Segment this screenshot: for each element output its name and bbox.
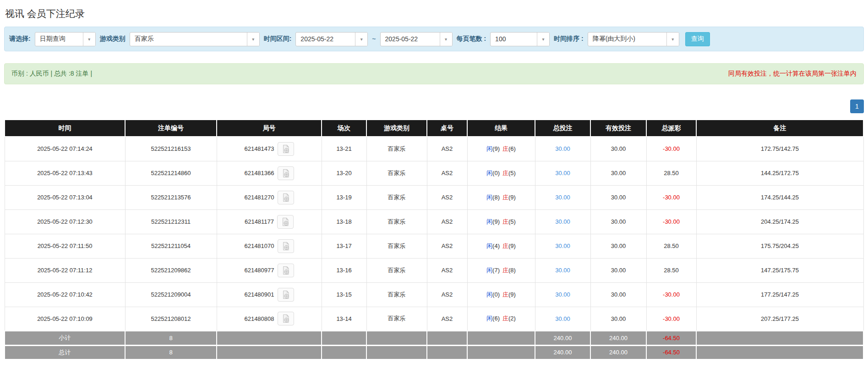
- date-to-select[interactable]: 2025-05-22 ▾: [380, 32, 453, 46]
- cell-total-bet[interactable]: 30.00: [535, 137, 590, 161]
- video-record-button[interactable]: [278, 264, 294, 277]
- banker-result-score: (5): [508, 170, 516, 176]
- video-record-file-icon: [281, 217, 290, 226]
- column-header-result: 结果: [467, 120, 535, 137]
- cell-valid-bet: 30.00: [590, 161, 646, 185]
- cell-session: 13-16: [322, 258, 366, 282]
- search-button[interactable]: 查询: [685, 32, 710, 46]
- cell-bet-id: 522521216153: [125, 137, 217, 161]
- query-type-value: 日期查询: [35, 35, 83, 43]
- subtotal-label: 小计: [5, 331, 125, 345]
- cell-game-type: 百家乐: [366, 234, 427, 258]
- cell-total-bet[interactable]: 30.00: [535, 234, 590, 258]
- page-size-select[interactable]: 100 ▾: [490, 32, 550, 46]
- banker-result-label: 庄: [502, 218, 508, 225]
- cell-note: 147.25/175.75: [696, 258, 863, 282]
- column-header-total-bet: 总投注: [535, 120, 590, 137]
- player-result-label: 闲: [486, 218, 492, 225]
- video-record-file-icon: [281, 242, 290, 251]
- cell-round-id: 621481270: [217, 185, 322, 209]
- video-record-button[interactable]: [278, 312, 294, 325]
- currency-summary-text: 币别 : 人民币 | 总共 :8 注单 |: [11, 70, 92, 78]
- valid-bet-notice-text: 同局有效投注，统一计算在该局第一张注单内: [728, 70, 857, 78]
- banker-result-label: 庄: [502, 145, 508, 152]
- cell-total-bet[interactable]: 30.00: [535, 185, 590, 209]
- round-id-text: 621480808: [244, 315, 274, 322]
- time-sort-label: 时间排序 :: [554, 35, 584, 43]
- player-result-label: 闲: [486, 291, 492, 298]
- cell-bet-id: 522521212311: [125, 209, 217, 234]
- cell-note: 177.25/147.25: [696, 282, 863, 307]
- page-size-label: 每页笔数 :: [457, 35, 486, 43]
- chevron-down-icon: ▾: [355, 33, 367, 46]
- banker-result-score: (2): [508, 315, 516, 322]
- cell-round-id: 621481070: [217, 234, 322, 258]
- video-record-button[interactable]: [277, 215, 294, 229]
- cell-total-bet[interactable]: 30.00: [535, 258, 590, 282]
- cell-result: 闲(9)庄(5): [467, 209, 535, 234]
- cell-time: 2025-05-22 07:12:30: [5, 209, 125, 234]
- cell-round-id: 621480901: [217, 282, 322, 307]
- cell-time: 2025-05-22 07:14:24: [5, 137, 125, 161]
- cell-session: 13-19: [322, 185, 366, 209]
- cell-game-type: 百家乐: [366, 282, 427, 307]
- pagination-page-1-button[interactable]: 1: [850, 99, 864, 113]
- cell-total-payout: 28.50: [646, 161, 696, 185]
- cell-time: 2025-05-22 07:11:50: [5, 234, 125, 258]
- column-header-table-no: 桌号: [427, 120, 467, 137]
- cell-time: 2025-05-22 07:10:42: [5, 282, 125, 307]
- cell-valid-bet: 30.00: [590, 209, 646, 234]
- time-sort-value: 降幂(由大到小): [588, 35, 666, 43]
- cell-total-bet[interactable]: 30.00: [535, 209, 590, 234]
- player-result-score: (8): [492, 194, 500, 201]
- player-result-label: 闲: [486, 145, 492, 152]
- cell-time: 2025-05-22 07:10:09: [5, 307, 125, 331]
- video-record-button[interactable]: [278, 239, 294, 253]
- subtotal-valid-bet: 240.00: [590, 331, 646, 345]
- cell-time: 2025-05-22 07:13:43: [5, 161, 125, 185]
- filter-bar: 请选择: 日期查询 ▾ 游戏类别 百家乐 ▾ 时间区间: 2025-05-22 …: [4, 27, 864, 51]
- table-row: 2025-05-22 07:11:12 522521209862 6214809…: [5, 258, 863, 282]
- date-range-label: 时间区间:: [264, 35, 292, 43]
- query-type-select[interactable]: 日期查询 ▾: [35, 32, 96, 46]
- date-from-select[interactable]: 2025-05-22 ▾: [295, 32, 368, 46]
- cell-valid-bet: 30.00: [590, 234, 646, 258]
- player-result-label: 闲: [486, 315, 492, 322]
- cell-total-bet[interactable]: 30.00: [535, 282, 590, 307]
- banker-result-score: (5): [508, 218, 516, 225]
- table-row: 2025-05-22 07:10:42 522521209004 6214809…: [5, 282, 863, 307]
- cell-bet-id: 522521208012: [125, 307, 217, 331]
- cell-valid-bet: 30.00: [590, 282, 646, 307]
- cell-total-payout: -30.00: [646, 185, 696, 209]
- cell-note: 174.25/144.25: [696, 185, 863, 209]
- video-record-button[interactable]: [278, 191, 294, 204]
- cell-result: 闲(9)庄(6): [467, 137, 535, 161]
- player-result-label: 闲: [486, 170, 492, 176]
- cell-note: 175.75/204.25: [696, 234, 863, 258]
- time-sort-select[interactable]: 降幂(由大到小) ▾: [588, 32, 679, 46]
- cell-game-type: 百家乐: [366, 137, 427, 161]
- video-record-button[interactable]: [278, 166, 294, 180]
- banker-result-score: (8): [508, 267, 516, 274]
- round-id-text: 621481070: [244, 242, 274, 249]
- cell-result: 闲(8)庄(9): [467, 185, 535, 209]
- video-record-button[interactable]: [278, 288, 294, 302]
- cell-session: 13-17: [322, 234, 366, 258]
- page-size-value: 100: [491, 35, 537, 43]
- banker-result-label: 庄: [502, 194, 508, 201]
- cell-total-bet[interactable]: 30.00: [535, 161, 590, 185]
- video-record-button[interactable]: [278, 142, 294, 156]
- table-row: 2025-05-22 07:12:30 522521212311 6214811…: [5, 209, 863, 234]
- video-record-file-icon: [281, 144, 290, 154]
- cell-table-no: AS2: [427, 282, 467, 307]
- player-result-score: (6): [492, 315, 500, 322]
- chevron-down-icon: ▾: [537, 33, 549, 46]
- banker-result-label: 庄: [502, 267, 508, 274]
- cell-round-id: 621480977: [217, 258, 322, 282]
- cell-total-bet[interactable]: 30.00: [535, 307, 590, 331]
- video-record-file-icon: [281, 266, 290, 275]
- game-type-select[interactable]: 百家乐 ▾: [130, 32, 260, 46]
- grand-total-label: 总计: [5, 345, 125, 359]
- cell-result: 闲(6)庄(2): [467, 307, 535, 331]
- cell-note: 207.25/177.25: [696, 307, 863, 331]
